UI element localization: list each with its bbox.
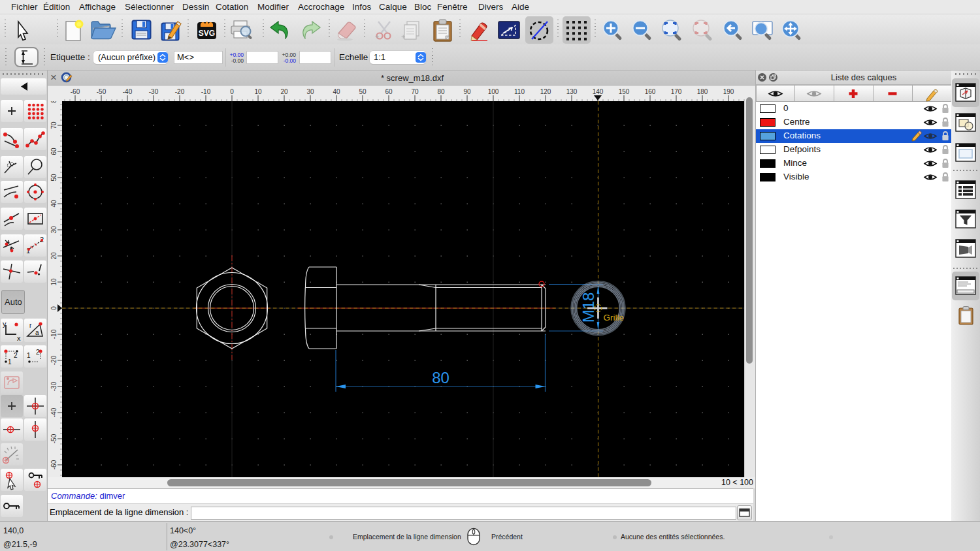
svg-text:Grille: Grille (604, 313, 625, 323)
svg-text:30: 30 (306, 88, 314, 95)
svg-text:1: 1 (8, 358, 12, 366)
svg-text:130: 130 (566, 88, 578, 95)
svg-text:80: 80 (50, 101, 57, 103)
svg-text:40: 40 (50, 200, 57, 208)
svg-text:140: 140 (593, 88, 604, 95)
svg-text:10: 10 (50, 278, 57, 286)
svg-text:-50: -50 (97, 88, 106, 95)
svg-text:50: 50 (359, 88, 367, 95)
svg-text:1: 1 (26, 247, 30, 255)
svg-text:50: 50 (50, 174, 57, 181)
svg-text:2: 2 (36, 349, 40, 356)
svg-text:-20: -20 (175, 88, 185, 95)
svg-text:-20: -20 (50, 355, 57, 365)
svg-text:a: a (35, 329, 39, 336)
svg-text:+: + (375, 33, 379, 40)
svg-text:0: 0 (50, 306, 57, 310)
svg-text:-40: -40 (123, 88, 133, 95)
svg-text:90: 90 (463, 88, 471, 95)
svg-text:-60: -60 (50, 460, 57, 469)
svg-text:160: 160 (645, 88, 656, 95)
svg-text:-30: -30 (50, 381, 57, 391)
svg-text:40: 40 (333, 88, 340, 95)
svg-text:-50: -50 (50, 433, 57, 443)
svg-text:-40: -40 (50, 407, 57, 417)
svg-text:+: + (401, 33, 405, 40)
svg-text:20: 20 (50, 252, 57, 260)
svg-text:150: 150 (619, 88, 630, 95)
svg-text:30: 30 (50, 226, 57, 234)
svg-text:2: 2 (14, 352, 18, 359)
svg-text:x: x (17, 334, 21, 342)
svg-text:-10: -10 (201, 88, 211, 95)
svg-text:-10: -10 (50, 329, 57, 339)
svg-text:170: 170 (671, 88, 682, 95)
svg-text:SVG: SVG (199, 29, 215, 38)
svg-text:60: 60 (50, 148, 57, 155)
svg-text:100: 100 (488, 88, 499, 95)
svg-text:-60: -60 (71, 88, 80, 95)
svg-text:70: 70 (411, 88, 419, 95)
svg-text:190: 190 (723, 88, 734, 95)
svg-text:r: r (29, 322, 32, 329)
svg-text:60: 60 (385, 88, 393, 95)
svg-text:-30: -30 (149, 88, 159, 95)
svg-text:80: 80 (437, 88, 445, 95)
svg-text:20: 20 (280, 88, 288, 95)
svg-text:y: y (3, 320, 7, 328)
svg-text:180: 180 (697, 88, 708, 95)
svg-text:70: 70 (50, 121, 57, 129)
svg-text:120: 120 (540, 88, 551, 95)
svg-text:80: 80 (432, 369, 449, 386)
svg-text:0: 0 (230, 88, 234, 95)
svg-text:10: 10 (254, 88, 262, 95)
svg-text:110: 110 (514, 88, 525, 95)
svg-text:1: 1 (27, 352, 31, 359)
